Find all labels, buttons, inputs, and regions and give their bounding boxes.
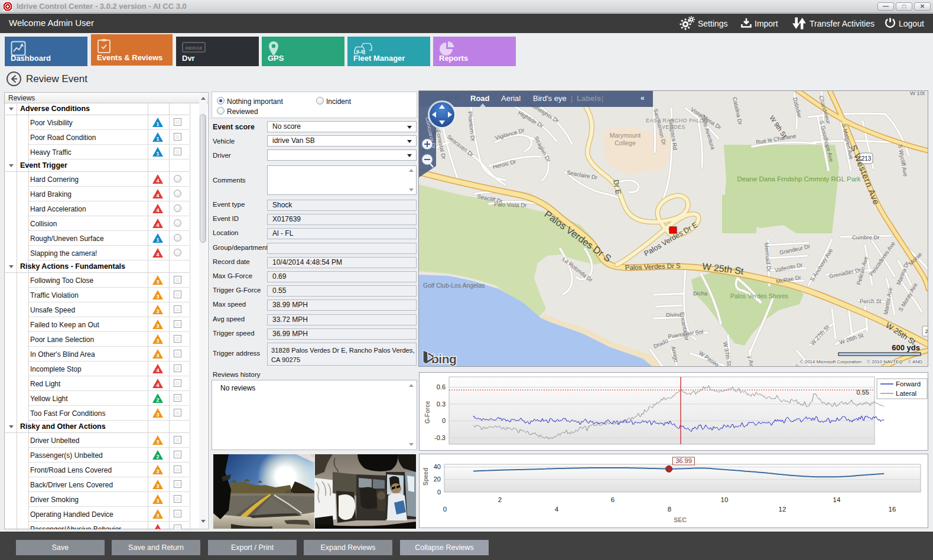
svg-text:1: 1 (156, 237, 159, 243)
svg-text:Road: Road (470, 94, 490, 103)
svg-text:4: 4 (156, 528, 159, 529)
svg-text:Perch St: Perch St (860, 298, 882, 304)
svg-text:Palo Vista Dr: Palo Vista Dr (494, 201, 527, 209)
svg-text:6: 6 (611, 496, 615, 503)
svg-text:3: 3 (156, 294, 159, 299)
svg-text:Bird's eye: Bird's eye (533, 94, 567, 103)
svg-text:3: 3 (156, 513, 159, 519)
svg-text:40: 40 (434, 463, 441, 470)
svg-text:3: 3 (156, 353, 159, 359)
svg-text:2: 2 (156, 454, 159, 460)
svg-text:3: 3 (156, 412, 159, 418)
svg-text:36.99: 36.99 (675, 457, 692, 464)
svg-text:-0.3: -0.3 (434, 434, 446, 441)
svg-text:3: 3 (156, 279, 159, 285)
svg-text:G-Force: G-Force (424, 401, 431, 424)
svg-text:Palos Verdes Shores: Palos Verdes Shores (730, 292, 788, 299)
svg-text:0: 0 (437, 489, 441, 496)
svg-text:SEC: SEC (674, 516, 687, 523)
svg-text:|: | (571, 95, 573, 103)
svg-text:16: 16 (889, 506, 896, 513)
svg-text:8: 8 (668, 506, 671, 513)
svg-text:2: 2 (156, 397, 159, 403)
svg-text:© 2014 Microsoft Corporation: © 2014 Microsoft Corporation © 2010 NAVT… (800, 359, 923, 364)
svg-text:3: 3 (156, 439, 159, 445)
svg-text:4: 4 (156, 207, 159, 213)
svg-text:VERDES: VERDES (662, 124, 685, 130)
svg-text:4: 4 (156, 252, 159, 258)
svg-text:14: 14 (833, 496, 841, 503)
svg-text:600 yds: 600 yds (892, 343, 920, 352)
svg-text:4: 4 (156, 367, 159, 373)
svg-text:2: 2 (925, 328, 928, 334)
svg-text:Dicha: Dicha (693, 290, 708, 297)
svg-text:4: 4 (156, 193, 159, 198)
svg-text:Marymount: Marymount (610, 132, 641, 139)
svg-text:1: 1 (156, 136, 159, 142)
svg-text:1: 1 (156, 121, 159, 127)
svg-text:4: 4 (156, 382, 159, 388)
svg-text:0.55: 0.55 (857, 389, 869, 396)
svg-text:3: 3 (156, 498, 159, 504)
svg-text:3: 3 (156, 338, 159, 344)
svg-text:W 10t: W 10t (910, 90, 925, 96)
svg-text:0: 0 (442, 417, 446, 424)
svg-text:Forward: Forward (896, 380, 921, 388)
svg-text:10: 10 (721, 496, 729, 503)
svg-text:Lateral: Lateral (896, 390, 916, 397)
svg-text:Aerial: Aerial (501, 94, 521, 103)
svg-text:3: 3 (156, 323, 159, 329)
svg-text:|: | (602, 95, 603, 103)
svg-text:Speed: Speed (422, 468, 429, 486)
svg-text:Labels: Labels (577, 94, 601, 103)
svg-text:4: 4 (156, 222, 159, 228)
svg-text:College: College (615, 139, 636, 146)
svg-text:2: 2 (498, 496, 502, 503)
svg-text:3: 3 (156, 468, 159, 474)
svg-text:12: 12 (779, 506, 786, 513)
svg-text:0.3: 0.3 (437, 401, 446, 408)
svg-text:Deane Dana Frndshp Cmmnty RGL: Deane Dana Frndshp Cmmnty RGL Park (737, 175, 860, 183)
svg-text:3: 3 (156, 483, 159, 489)
svg-text:Cumbre Dr: Cumbre Dr (852, 234, 879, 240)
svg-text:4: 4 (156, 178, 159, 184)
svg-text:EAST RANCHO PALOS: EAST RANCHO PALOS (646, 118, 708, 123)
svg-text:«: « (641, 94, 645, 102)
svg-text:0: 0 (443, 506, 447, 513)
svg-text:20: 20 (434, 476, 441, 483)
svg-text:1: 1 (156, 151, 159, 157)
svg-text:3: 3 (156, 308, 159, 314)
svg-text:0.6: 0.6 (437, 383, 446, 390)
svg-text:Golf Club-Los Angelas: Golf Club-Los Angelas (423, 282, 485, 289)
svg-text:4: 4 (555, 506, 559, 513)
svg-text:bing: bing (431, 352, 456, 366)
svg-text:Divino: Divino (666, 311, 681, 318)
